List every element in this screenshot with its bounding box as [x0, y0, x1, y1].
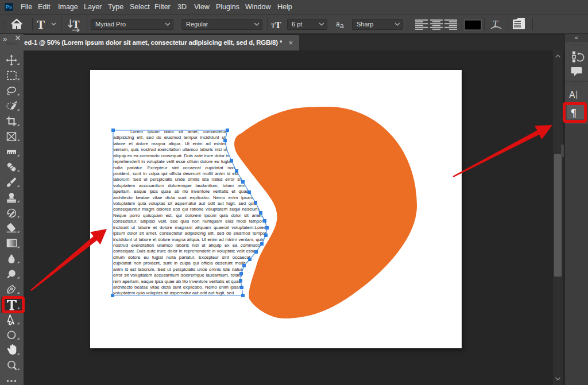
- svg-text:«: «: [575, 34, 578, 41]
- svg-text:a: a: [336, 20, 340, 28]
- svg-text:T: T: [275, 20, 281, 30]
- svg-text:T: T: [73, 19, 80, 30]
- svg-text:¶: ¶: [571, 107, 577, 119]
- svg-text:T: T: [37, 18, 45, 32]
- svg-text:A: A: [569, 90, 575, 100]
- svg-text:a: a: [340, 22, 344, 30]
- svg-text:»: »: [3, 34, 7, 43]
